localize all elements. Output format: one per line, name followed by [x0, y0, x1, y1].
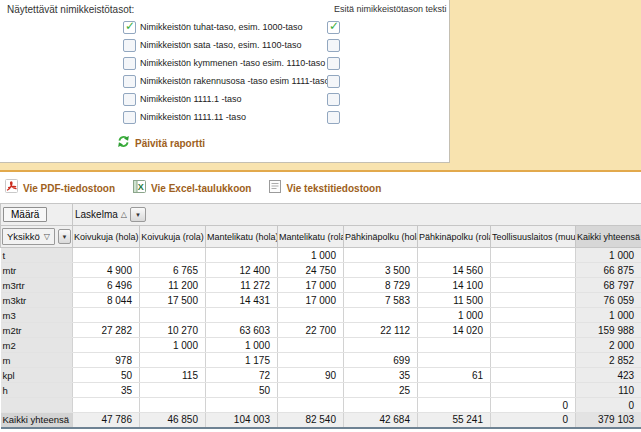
row-dimension-dropdown-icon[interactable]: ▼: [58, 229, 71, 244]
value-cell: [344, 338, 418, 353]
value-cell: 76 059: [576, 293, 641, 308]
value-cell: [344, 248, 418, 263]
value-cell: 14 560: [418, 263, 491, 278]
column-header: Mantelikatu (rola): [278, 226, 344, 248]
show-level-checkbox[interactable]: [123, 57, 136, 70]
value-cell: [491, 353, 576, 368]
value-cell: [344, 398, 418, 413]
row-label: [1, 398, 73, 413]
show-level-text-checkbox[interactable]: ✓: [327, 21, 340, 34]
value-cell: [73, 398, 140, 413]
show-level-checkbox[interactable]: [123, 39, 136, 52]
row-label: m3rtr: [1, 278, 73, 293]
value-cell: 423: [576, 368, 641, 383]
value-cell: 104 003: [206, 413, 278, 428]
value-cell: 1 000: [418, 308, 491, 323]
value-cell: [140, 353, 206, 368]
value-cell: 7 583: [344, 293, 418, 308]
value-cell: [73, 338, 140, 353]
value-cell: 699: [344, 353, 418, 368]
table-row: t1 0001 000: [1, 248, 641, 263]
check-icon: ✓: [329, 19, 339, 33]
level-row: Nimikkeistön rakennusosa -taso esim 1111…: [0, 75, 450, 89]
value-cell: 35: [344, 368, 418, 383]
row-label: mtr: [1, 263, 73, 278]
show-level-text-checkbox[interactable]: [327, 111, 340, 124]
value-cell: 17 000: [278, 293, 344, 308]
value-cell: 82 540: [278, 413, 344, 428]
measure-header-row: Määrä Laskelma △ ▼: [1, 204, 641, 226]
excel-icon: X: [133, 179, 146, 197]
table-row: mtr4 9006 76512 40024 7503 50014 56066 8…: [1, 263, 641, 278]
show-level-text-checkbox[interactable]: [327, 57, 340, 70]
pivot-table: Määrä Laskelma △ ▼ Yksikkö ▽ ▼: [0, 203, 641, 429]
row-label: m2: [1, 338, 73, 353]
level-label: Nimikkeistön kymmenen -taso esim. 1110-t…: [140, 58, 325, 68]
text-file-icon: [269, 179, 281, 197]
value-cell: [73, 308, 140, 323]
value-cell: 11 272: [206, 278, 278, 293]
value-cell: 17 500: [140, 293, 206, 308]
show-level-checkbox[interactable]: [123, 111, 136, 124]
value-cell: 11 200: [140, 278, 206, 293]
level-label: Nimikkeistön sata -taso, esim. 1100-taso: [140, 40, 301, 50]
export-link-text[interactable]: Vie tekstitiedostoon: [269, 179, 381, 197]
value-cell: 1 000: [206, 338, 278, 353]
show-level-checkbox[interactable]: [123, 75, 136, 88]
value-cell: [418, 353, 491, 368]
level-row: Nimikkeistön sata -taso, esim. 1100-taso: [0, 39, 450, 53]
value-cell: 8 729: [344, 278, 418, 293]
column-header: Mantelikatu (hola): [206, 226, 278, 248]
value-cell: 4 900: [73, 263, 140, 278]
value-cell: 1 000: [576, 308, 641, 323]
value-cell: 42 684: [344, 413, 418, 428]
show-level-text-checkbox[interactable]: [327, 39, 340, 52]
level-row: ✓Nimikkeistön tuhat-taso, esim. 1000-tas…: [0, 21, 450, 35]
grand-total-row: Kaikki yhteensä47 78646 850104 00382 540…: [1, 413, 641, 428]
value-cell: 68 797: [576, 278, 641, 293]
value-cell: [278, 383, 344, 398]
show-level-text-checkbox[interactable]: [327, 75, 340, 88]
value-cell: 35: [73, 383, 140, 398]
value-cell: 6 496: [73, 278, 140, 293]
pdf-icon: [5, 179, 18, 197]
value-cell: [278, 353, 344, 368]
show-level-checkbox[interactable]: [123, 93, 136, 106]
value-cell: [491, 383, 576, 398]
value-cell: 6 765: [140, 263, 206, 278]
show-level-text-checkbox[interactable]: [327, 93, 340, 106]
table-row: m3ktr8 04417 50014 43117 0007 58311 5007…: [1, 293, 641, 308]
value-cell: 55 241: [418, 413, 491, 428]
row-label: m2tr: [1, 323, 73, 338]
value-cell: 61: [418, 368, 491, 383]
value-cell: 63 603: [206, 323, 278, 338]
value-cell: 0: [491, 398, 576, 413]
table-row: m3rtr6 49611 20011 27217 0008 72914 1006…: [1, 278, 641, 293]
export-link-pdf[interactable]: Vie PDF-tiedostoon: [5, 179, 115, 197]
value-cell: 11 500: [418, 293, 491, 308]
value-cell: 27 282: [73, 323, 140, 338]
value-cell: 0: [576, 398, 641, 413]
measure-button[interactable]: Määrä: [3, 207, 47, 222]
row-dimension-button[interactable]: Yksikkö ▽: [2, 228, 55, 245]
table-row: m9781 1756992 852: [1, 353, 641, 368]
panel-title: Näytettävät nimikkeistötasot:: [7, 4, 134, 15]
value-cell: [491, 293, 576, 308]
value-cell: [140, 383, 206, 398]
value-cell: [491, 368, 576, 383]
value-cell: [278, 308, 344, 323]
level-row: Nimikkeistön kymmenen -taso esim. 1110-t…: [0, 57, 450, 71]
sort-asc-icon[interactable]: △: [121, 210, 127, 219]
row-label: Kaikki yhteensä: [1, 413, 73, 428]
value-cell: 110: [576, 383, 641, 398]
row-dimension-label: Yksikkö: [7, 231, 40, 242]
export-link-excel[interactable]: XVie Excel-taulukkoon: [133, 179, 251, 197]
value-cell: 17 000: [278, 278, 344, 293]
value-cell: 1 000: [140, 338, 206, 353]
column-dimension-label[interactable]: Laskelma: [75, 209, 118, 220]
column-header: Kaikki yhteensä: [576, 226, 641, 248]
refresh-report-button[interactable]: Päivitä raportti: [117, 134, 205, 152]
value-cell: 22 112: [344, 323, 418, 338]
show-level-checkbox[interactable]: ✓: [123, 21, 136, 34]
column-dimension-dropdown-icon[interactable]: ▼: [130, 207, 146, 222]
